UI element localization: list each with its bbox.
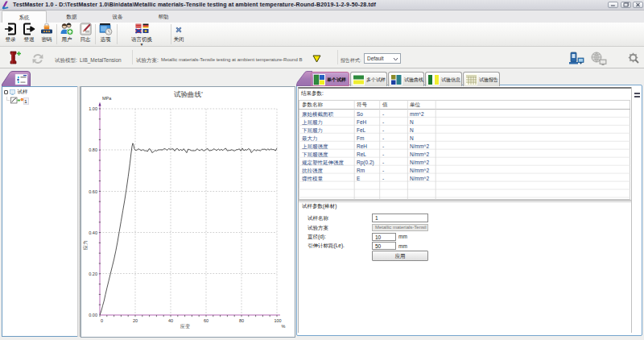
svg-text:100: 100 (274, 318, 281, 323)
svg-text:0.40: 0.40 (89, 230, 97, 235)
svg-text:MPa: MPa (102, 96, 112, 101)
svg-text:0.20: 0.20 (89, 272, 97, 276)
svg-text:试验曲线*: 试验曲线* (174, 90, 203, 98)
svg-text:%: % (282, 324, 286, 329)
svg-text:60: 60 (204, 318, 208, 323)
svg-text:0: 0 (101, 318, 103, 323)
svg-text:80: 80 (239, 318, 244, 323)
svg-text:20: 20 (133, 318, 138, 323)
svg-text:0.60: 0.60 (89, 189, 97, 194)
svg-text:应力: 应力 (82, 240, 88, 250)
svg-text:40: 40 (168, 318, 173, 323)
svg-text:0.00: 0.00 (89, 313, 97, 317)
svg-text:应变: 应变 (180, 323, 190, 330)
svg-text:1.00: 1.00 (89, 106, 97, 111)
svg-text:0.80: 0.80 (89, 147, 97, 152)
